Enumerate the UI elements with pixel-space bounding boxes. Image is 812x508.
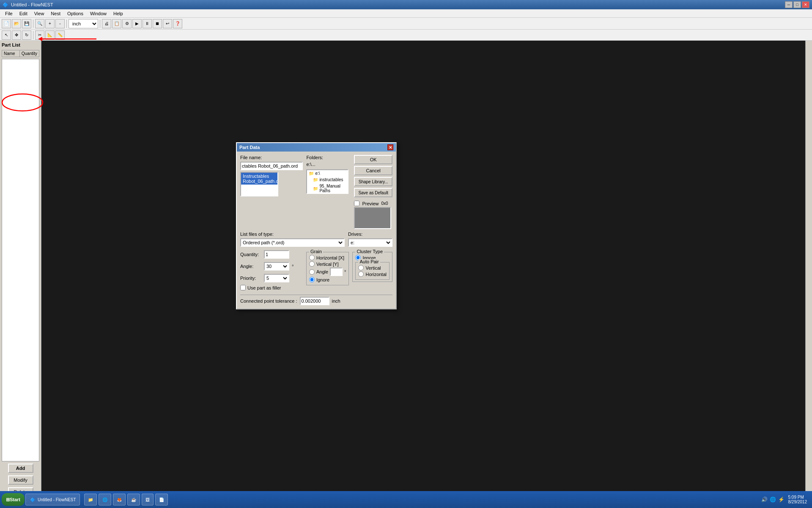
- file-section: File name: Instructables Robot_06_path.o…: [240, 155, 303, 229]
- tolerance-input[interactable]: [300, 297, 329, 305]
- zoom-in-button[interactable]: +: [45, 19, 55, 28]
- menu-options[interactable]: Options: [64, 10, 87, 17]
- list-files-select[interactable]: Ordered path (*.ord): [240, 238, 345, 247]
- grain-horizontal-label: Horizontal [X]: [316, 255, 344, 260]
- priority-row: Priority: 5 1 2 3 4: [240, 274, 303, 282]
- add-button[interactable]: Add: [8, 464, 33, 473]
- taskbar-explorer[interactable]: 📁: [84, 494, 97, 505]
- menu-file[interactable]: File: [2, 10, 16, 17]
- grain-ignore-radio[interactable]: [309, 277, 315, 282]
- unit-dropdown[interactable]: inch mm cm: [69, 19, 98, 28]
- start-label: Start: [10, 497, 20, 502]
- file-list[interactable]: Instructables Robot_06_path.ord: [240, 172, 278, 196]
- list-files-label: List files of type:: [240, 232, 345, 237]
- taskbar-flownest[interactable]: 🔷 Untitled - FlowNEST: [25, 494, 80, 505]
- taskbar-acrobat[interactable]: 📄: [155, 494, 168, 505]
- rotate-button[interactable]: ↻: [22, 30, 31, 40]
- tool-btn-2[interactable]: ▶: [132, 19, 142, 28]
- taskbar: ⊞ Start 🔷 Untitled - FlowNEST 📁 🌐 🦊 ☕ 🖼 …: [0, 491, 812, 508]
- tray-network[interactable]: 🌐: [770, 496, 776, 503]
- quantity-row: Quantity:: [240, 250, 303, 259]
- right-scrollbar[interactable]: [805, 41, 812, 499]
- cluster-group: Cluster Type Ignore Auto Pair Vertical: [352, 252, 392, 282]
- preview-checkbox[interactable]: [354, 201, 359, 206]
- shape-library-button[interactable]: Shape Library...: [354, 177, 392, 186]
- filler-checkbox[interactable]: [240, 285, 246, 290]
- grain-vertical-radio[interactable]: [309, 261, 315, 267]
- taskbar-java[interactable]: ☕: [127, 494, 140, 505]
- minimize-button[interactable]: ─: [785, 1, 793, 8]
- draw-btn-2[interactable]: 📐: [45, 30, 55, 40]
- priority-select[interactable]: 5 1 2 3 4: [264, 274, 289, 282]
- start-button[interactable]: ⊞ Start: [2, 493, 25, 506]
- menu-window[interactable]: Window: [87, 10, 110, 17]
- tool-btn-6[interactable]: ❓: [173, 19, 182, 28]
- taskbar-photoshop[interactable]: 🖼: [142, 494, 154, 505]
- save-button[interactable]: 💾: [22, 19, 31, 28]
- tray-sound[interactable]: 🔊: [761, 496, 768, 503]
- print-button[interactable]: 🖨: [102, 19, 111, 28]
- grain-horizontal-radio[interactable]: [309, 255, 315, 260]
- draw-btn-1[interactable]: ✂: [35, 30, 44, 40]
- menu-nest[interactable]: Nest: [47, 10, 64, 17]
- tray-power[interactable]: ⚡: [778, 496, 785, 503]
- tool-btn-5[interactable]: ↩: [163, 19, 172, 28]
- close-button[interactable]: ✕: [802, 1, 809, 8]
- menu-help[interactable]: Help: [110, 10, 126, 17]
- taskbar-app-icon: 🔷: [29, 496, 36, 503]
- separator-4: [33, 31, 33, 39]
- dialog-title-bar: Part Data ✕: [237, 143, 396, 152]
- qty-section: Quantity: Angle: 30 0 45 90 °: [240, 249, 303, 290]
- col-quantity: Quantity: [20, 50, 39, 57]
- ok-button[interactable]: OK: [354, 155, 392, 164]
- col-name: Name: [2, 50, 20, 57]
- app-icon: 🔷: [3, 2, 8, 8]
- folder-item-instructables[interactable]: 📁 instructables: [307, 177, 348, 183]
- tool-btn-1[interactable]: ⚙: [122, 19, 132, 28]
- open-button[interactable]: 📂: [12, 19, 21, 28]
- quantity-input[interactable]: [264, 250, 289, 259]
- dialog-close-button[interactable]: ✕: [387, 144, 393, 150]
- cancel-button[interactable]: Cancel: [354, 166, 392, 175]
- autopair-horizontal-radio[interactable]: [358, 271, 364, 277]
- folder-section: Folders: e:\... 📁 e:\ 📁 instructables: [306, 155, 351, 229]
- draw-btn-3[interactable]: 📏: [55, 30, 65, 40]
- tool-btn-3[interactable]: ⏸: [143, 19, 152, 28]
- grain-angle-input[interactable]: [330, 268, 343, 276]
- drives-select[interactable]: e:: [348, 238, 392, 247]
- dialog-top-row: File name: Instructables Robot_06_path.o…: [240, 155, 392, 229]
- tool-btn-4[interactable]: ⏹: [153, 19, 162, 28]
- grain-horizontal-row: Horizontal [X]: [309, 255, 346, 260]
- select-button[interactable]: ↖: [2, 30, 11, 40]
- zoom-out-button[interactable]: -: [55, 19, 65, 28]
- angle-select[interactable]: 30 0 45 90: [264, 262, 289, 271]
- maximize-button[interactable]: □: [793, 1, 801, 8]
- menu-view[interactable]: View: [31, 10, 48, 17]
- file-name-label: File name:: [240, 155, 303, 160]
- folder-item-root[interactable]: 📁 e:\: [307, 170, 348, 177]
- move-button[interactable]: ✥: [12, 30, 21, 40]
- taskbar-firefox[interactable]: 🦊: [113, 494, 126, 505]
- main-toolbar: 📄 📂 💾 🔍 + - inch mm cm 🖨 📋 ⚙ ▶ ⏸ ⏹ ↩ ❓: [0, 18, 812, 30]
- clock-date: 8/29/2012: [788, 500, 807, 504]
- zoom-button[interactable]: 🔍: [35, 19, 44, 28]
- new-button[interactable]: 📄: [2, 19, 11, 28]
- file-name-input[interactable]: [240, 162, 303, 170]
- dialog-buttons: OK Cancel Shape Library... Save as Defau…: [354, 155, 392, 229]
- file-list-item[interactable]: Instructables Robot_06_path.ord: [241, 173, 277, 185]
- drives-section: Drives: e:: [348, 232, 392, 247]
- save-default-button[interactable]: Save as Default: [354, 188, 392, 197]
- taskbar-chrome[interactable]: 🌐: [99, 494, 111, 505]
- grain-angle-radio[interactable]: [309, 269, 315, 275]
- window-title: Untitled - FlowNEST: [11, 2, 53, 7]
- print-preview-button[interactable]: 📋: [112, 19, 121, 28]
- folder-item-95manual[interactable]: 📁 95_Manual Paths: [307, 183, 348, 194]
- dialog-title: Part Data: [239, 145, 260, 150]
- folder-list[interactable]: 📁 e:\ 📁 instructables 📁 95_Manual Paths: [306, 169, 348, 194]
- preview-header: Preview 0x0: [354, 201, 392, 206]
- folder-icon-root: 📁: [309, 171, 314, 176]
- menu-edit[interactable]: Edit: [16, 10, 31, 17]
- autopair-vertical-radio[interactable]: [358, 265, 364, 271]
- title-bar-left: 🔷 Untitled - FlowNEST: [3, 2, 53, 8]
- modify-button[interactable]: Modify: [8, 475, 33, 485]
